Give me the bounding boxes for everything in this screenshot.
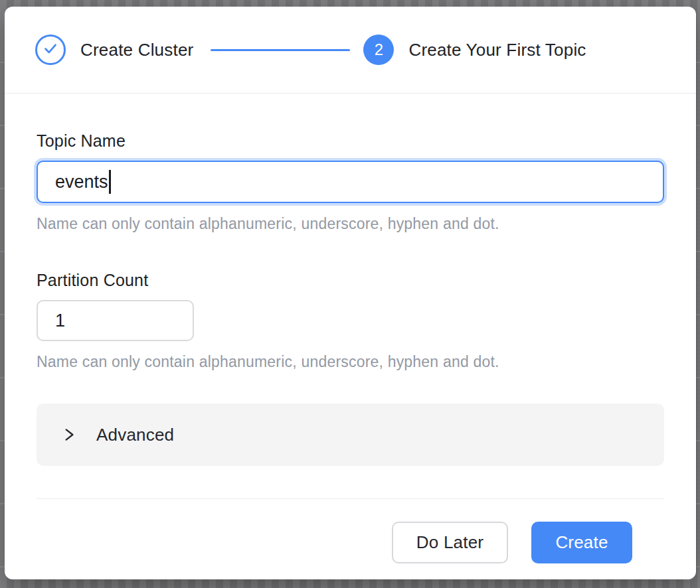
step2-number: 2	[375, 40, 383, 59]
stepper-header: Create Cluster 2 Create Your First Topic	[5, 7, 696, 94]
stepper: Create Cluster 2 Create Your First Topic	[35, 35, 665, 65]
step1-label: Create Cluster	[80, 40, 193, 60]
step1-circle	[35, 35, 66, 65]
topic-name-helper: Name can only contain alphanumeric, unde…	[37, 215, 664, 233]
advanced-label: Advanced	[96, 425, 174, 445]
advanced-toggle[interactable]: Advanced	[37, 404, 664, 466]
partition-count-value: 1	[55, 311, 65, 331]
partition-count-label: Partition Count	[37, 271, 664, 290]
partition-count-helper: Name can only contain alphanumeric, unde…	[37, 353, 664, 371]
partition-count-input[interactable]: 1	[37, 300, 194, 341]
create-topic-modal: Create Cluster 2 Create Your First Topic…	[5, 7, 696, 579]
stepper-connector	[211, 49, 350, 51]
do-later-button[interactable]: Do Later	[392, 522, 508, 563]
modal-body: Topic Name events Name can only contain …	[5, 94, 696, 563]
create-button[interactable]: Create	[531, 522, 632, 563]
modal-footer: Do Later Create	[37, 499, 664, 563]
text-caret	[109, 170, 111, 194]
chevron-right-icon	[60, 425, 78, 444]
step2-circle: 2	[363, 35, 394, 65]
step-create-cluster: Create Cluster	[35, 35, 193, 65]
topic-name-input[interactable]: events	[37, 161, 664, 203]
topic-name-label: Topic Name	[37, 131, 664, 151]
topic-name-value: events	[55, 172, 108, 192]
step2-label: Create Your First Topic	[408, 40, 586, 60]
check-icon	[42, 40, 59, 60]
step-create-topic: 2 Create Your First Topic	[363, 35, 586, 65]
